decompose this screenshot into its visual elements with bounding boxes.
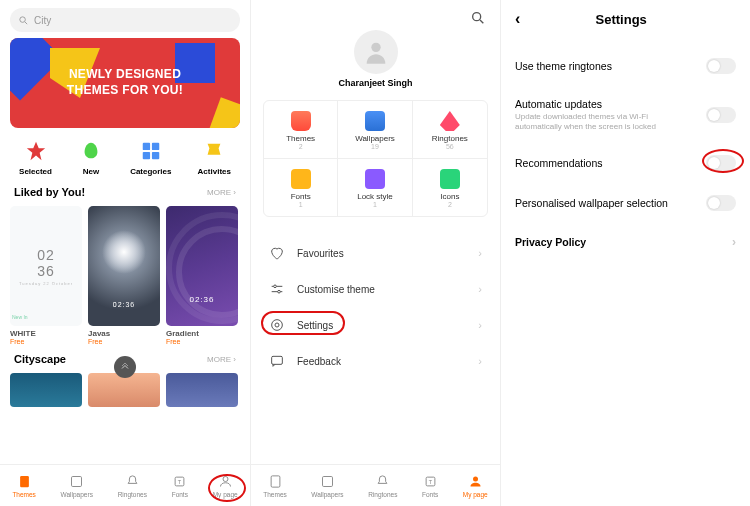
- svg-rect-3: [143, 143, 150, 150]
- theme-card[interactable]: 0236Tuesday 22 OctoberNew In WHITE Free: [10, 206, 82, 345]
- my-page-panel: Charanjeet Singh Themes2 Wallpapers19 Ri…: [250, 0, 500, 506]
- svg-point-18: [278, 290, 281, 293]
- svg-rect-8: [72, 476, 82, 486]
- search-input[interactable]: City: [10, 8, 240, 32]
- svg-point-12: [473, 13, 481, 21]
- city-thumb[interactable]: [88, 373, 160, 407]
- svg-point-26: [473, 476, 478, 481]
- theme-card[interactable]: 02:36 Javas Free: [88, 206, 160, 345]
- cityscape-more[interactable]: MORE ›: [207, 355, 236, 364]
- username: Charanjeet Singh: [251, 78, 500, 88]
- feedback-icon: [269, 353, 285, 369]
- scroll-up-badge[interactable]: [114, 356, 136, 378]
- cityscape-title: Cityscape: [14, 353, 66, 365]
- promo-banner[interactable]: Newly Designed Themes For You!: [10, 38, 240, 128]
- search-icon: [18, 15, 29, 26]
- svg-rect-22: [271, 475, 280, 486]
- menu-feedback[interactable]: Feedback›: [255, 343, 496, 379]
- liked-title: Liked by You!: [14, 186, 85, 198]
- row-ringtones[interactable]: Use theme ringtones: [501, 46, 750, 86]
- tab-mypage[interactable]: My page: [463, 474, 488, 498]
- tab-ringtones[interactable]: Ringtones: [118, 474, 147, 498]
- heart-icon: [269, 245, 285, 261]
- tab-themes[interactable]: Themes: [263, 474, 286, 498]
- menu-customise[interactable]: Customise theme›: [255, 271, 496, 307]
- toggle[interactable]: [706, 58, 736, 74]
- category-row: Selected New Categories Activites: [6, 138, 244, 176]
- liked-more[interactable]: MORE ›: [207, 188, 236, 197]
- svg-point-0: [20, 16, 26, 22]
- theme-row: 0236Tuesday 22 OctoberNew In WHITE Free …: [0, 200, 250, 347]
- menu-settings[interactable]: Settings›: [255, 307, 496, 343]
- menu-favourites[interactable]: Favourites›: [255, 235, 496, 271]
- tab-fonts[interactable]: TFonts: [422, 474, 438, 498]
- svg-rect-23: [322, 476, 332, 486]
- tab-wallpapers[interactable]: Wallpapers: [311, 474, 343, 498]
- theme-card[interactable]: 02:36 Gradient Free: [166, 206, 238, 345]
- svg-rect-5: [143, 152, 150, 159]
- svg-text:T: T: [178, 479, 182, 485]
- svg-rect-21: [272, 356, 283, 364]
- cat-selected[interactable]: Selected: [19, 138, 52, 176]
- svg-rect-7: [20, 475, 29, 486]
- tab-themes[interactable]: Themes: [12, 474, 35, 498]
- svg-point-20: [275, 323, 279, 327]
- tab-fonts[interactable]: TFonts: [172, 474, 188, 498]
- grid-wallpapers[interactable]: Wallpapers19: [338, 101, 412, 159]
- banner-text: Newly Designed Themes For You!: [67, 67, 183, 98]
- stats-grid: Themes2 Wallpapers19 Ringtones56 Fonts1 …: [263, 100, 488, 217]
- svg-rect-4: [152, 143, 159, 150]
- grid-lockstyle[interactable]: Lock style1: [338, 159, 412, 216]
- city-thumb[interactable]: [10, 373, 82, 407]
- grid-ringtones[interactable]: Ringtones56: [413, 101, 487, 159]
- cat-new[interactable]: New: [78, 138, 104, 176]
- menu-list: Favourites› Customise theme› Settings› F…: [255, 235, 496, 379]
- grid-icons[interactable]: Icons2: [413, 159, 487, 216]
- row-recommendations[interactable]: Recommendations: [501, 143, 750, 183]
- bottom-tabs: Themes Wallpapers Ringtones TFonts My pa…: [0, 464, 250, 506]
- city-thumb[interactable]: [166, 373, 238, 407]
- toggle[interactable]: [706, 155, 736, 171]
- toggle[interactable]: [706, 195, 736, 211]
- svg-rect-6: [152, 152, 159, 159]
- cat-categories[interactable]: Categories: [130, 138, 171, 176]
- search-icon[interactable]: [470, 10, 486, 26]
- grid-themes[interactable]: Themes2: [264, 101, 338, 159]
- grid-fonts[interactable]: Fonts1: [264, 159, 338, 216]
- tab-mypage[interactable]: My page: [213, 474, 238, 498]
- gear-icon: [269, 317, 285, 333]
- svg-point-16: [274, 285, 277, 288]
- row-personalised-wallpaper[interactable]: Personalised wallpaper selection: [501, 183, 750, 223]
- svg-marker-2: [26, 142, 44, 160]
- bottom-tabs: Themes Wallpapers Ringtones TFonts My pa…: [251, 464, 500, 506]
- svg-point-19: [272, 320, 283, 331]
- row-auto-updates[interactable]: Automatic updatesUpdate downloaded theme…: [501, 86, 750, 143]
- toggle[interactable]: [706, 107, 736, 123]
- row-privacy-policy[interactable]: Privacy Policy ›: [501, 223, 750, 261]
- cat-activities[interactable]: Activites: [198, 138, 231, 176]
- avatar[interactable]: [354, 30, 398, 74]
- search-placeholder: City: [34, 15, 51, 26]
- tab-wallpapers[interactable]: Wallpapers: [61, 474, 93, 498]
- tab-ringtones[interactable]: Ringtones: [368, 474, 397, 498]
- svg-point-11: [223, 476, 228, 481]
- settings-panel: ‹ Settings Use theme ringtones Automatic…: [500, 0, 750, 506]
- themes-home-panel: City Newly Designed Themes For You! Sele…: [0, 0, 250, 506]
- settings-title: Settings: [506, 12, 736, 27]
- svg-line-13: [480, 20, 483, 23]
- liked-header: Liked by You! MORE ›: [0, 184, 250, 200]
- svg-point-14: [371, 43, 380, 52]
- svg-text:T: T: [428, 479, 432, 485]
- svg-line-1: [25, 21, 27, 23]
- settings-header: ‹ Settings: [501, 0, 750, 46]
- sliders-icon: [269, 281, 285, 297]
